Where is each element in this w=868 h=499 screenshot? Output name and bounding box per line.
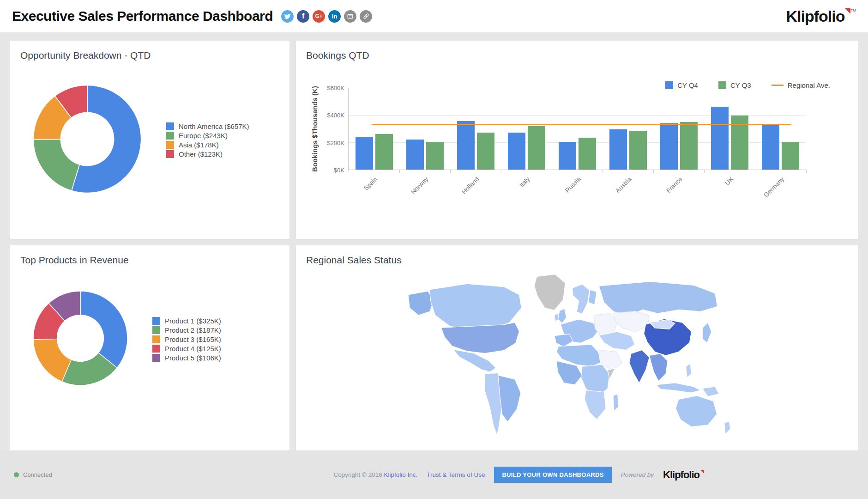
bar-cy-q3-norway[interactable]: [426, 142, 444, 170]
twitter-share-button[interactable]: [281, 10, 294, 23]
map-region-scandinavia[interactable]: [572, 284, 589, 314]
legend-label: Product 2 ($187K): [165, 326, 221, 334]
bar-group-spain: [349, 88, 399, 170]
map-region-greenland[interactable]: [534, 274, 565, 310]
bar-cy-q3-france[interactable]: [680, 122, 698, 170]
app-header: Executive Sales Performance Dashboard f …: [0, 0, 868, 32]
legend-item: Other ($123K): [166, 150, 249, 158]
app-footer: Connected Copyright © 2016 Klipfolio Inc…: [0, 450, 868, 499]
bar-cy-q3-austria[interactable]: [629, 131, 647, 170]
x-axis-label: Italy: [518, 176, 531, 189]
bar-cy-q4-italy[interactable]: [508, 133, 525, 170]
klipfolio-logo: Klipfolio: [786, 8, 850, 24]
terms-link[interactable]: Trust & Terms of Use: [427, 471, 485, 478]
bar-group-russia: [552, 88, 603, 170]
map-region-india[interactable]: [629, 350, 650, 383]
map-region-madagascar[interactable]: [613, 394, 619, 411]
bar-cy-q4-germany[interactable]: [762, 125, 779, 170]
map-region-russia[interactable]: [599, 281, 717, 315]
bar-cy-q4-holland[interactable]: [457, 121, 475, 170]
linkedin-icon: in: [332, 13, 338, 20]
reference-line-swatch: [772, 85, 784, 86]
y-tick-label: $200K: [327, 139, 344, 146]
dashboard-title: Executive Sales Performance Dashboard: [12, 8, 273, 24]
x-axis-label-slot: Italy: [501, 171, 552, 213]
bar-cy-q4-france[interactable]: [660, 123, 678, 170]
map-region-iberia[interactable]: [554, 334, 573, 347]
map-region-japan[interactable]: [702, 323, 711, 343]
legend-swatch: [166, 150, 174, 158]
bar-group-france: [654, 88, 705, 170]
bar-cy-q3-germany[interactable]: [782, 142, 799, 170]
bookings-bar-plot: [348, 88, 806, 170]
bar-cy-q4-austria[interactable]: [609, 129, 627, 170]
facebook-share-button[interactable]: f: [297, 10, 309, 23]
panel-title: Bookings QTD: [296, 41, 858, 61]
bar-cy-q4-spain[interactable]: [356, 137, 373, 170]
bar-cy-q3-italy[interactable]: [528, 126, 545, 170]
x-axis-label-slot: France: [653, 171, 704, 213]
legend-swatch: [152, 354, 160, 362]
map-region-philippines[interactable]: [686, 364, 691, 377]
opportunity-donut-chart[interactable]: [32, 84, 142, 196]
google-plus-share-button[interactable]: G+: [313, 10, 325, 23]
x-axis-label: France: [665, 176, 684, 194]
map-region-finland[interactable]: [588, 290, 597, 304]
legend-label: Product 1 ($325K): [165, 317, 221, 325]
status-dot-icon: [14, 472, 19, 477]
bar-group-uk: [705, 88, 755, 170]
map-region-new-guinea[interactable]: [702, 387, 719, 396]
link-icon: [362, 12, 370, 20]
x-axis-label-slot: Germany: [755, 171, 806, 213]
map-region-indonesia[interactable]: [657, 383, 700, 393]
bar-cy-q3-spain[interactable]: [375, 134, 393, 170]
build-dashboards-button[interactable]: BUILD YOUR OWN DASHBOARDS: [494, 467, 611, 483]
social-share-bar: f G+ in: [281, 10, 372, 23]
map-region-brazil[interactable]: [498, 375, 521, 422]
legend-label: Other ($123K): [179, 150, 223, 158]
map-region-new-zealand[interactable]: [724, 421, 730, 434]
donut-slice-0[interactable]: [80, 291, 127, 368]
legend-item: Asia ($178K): [166, 141, 249, 149]
map-region-uk[interactable]: [558, 309, 566, 323]
bar-cy-q4-norway[interactable]: [406, 140, 424, 170]
legend-item: Product 2 ($187K): [152, 326, 221, 334]
trademark-symbol: TM: [850, 8, 856, 12]
x-axis-label-slot: Norway: [399, 171, 450, 213]
legend-swatch: [166, 141, 174, 149]
facebook-icon: f: [302, 12, 304, 20]
panel-title: Top Products in Revenue: [10, 245, 289, 266]
legend-item: Product 5 ($106K): [152, 354, 221, 362]
bar-group-norway: [399, 88, 450, 170]
world-map: [296, 268, 858, 440]
donut-slice-1[interactable]: [33, 139, 79, 190]
map-region-australia[interactable]: [675, 396, 717, 426]
connection-status: Connected: [14, 471, 52, 478]
email-icon: [347, 13, 354, 20]
legend-item: Europe ($243K): [166, 132, 249, 140]
map-region-southeast-asia[interactable]: [649, 353, 668, 381]
bar-cy-q4-russia[interactable]: [559, 142, 576, 170]
x-axis-label: Russia: [564, 176, 582, 194]
klipfolio-inc-link[interactable]: Klipfolio Inc.: [384, 471, 418, 478]
legend-swatch: [152, 326, 160, 334]
map-region-middle-east[interactable]: [599, 332, 635, 350]
map-region-usa[interactable]: [441, 323, 519, 353]
map-region-mexico[interactable]: [453, 350, 496, 372]
bar-cy-q4-uk[interactable]: [711, 107, 729, 170]
x-axis-label-slot: Austria: [603, 171, 653, 213]
linkedin-share-button[interactable]: in: [328, 10, 341, 23]
copy-link-button[interactable]: [360, 10, 372, 23]
products-donut-chart[interactable]: [32, 290, 128, 388]
legend-label: North America ($657K): [179, 122, 249, 130]
x-axis-label: Norway: [410, 176, 429, 195]
map-region-southern-africa[interactable]: [585, 390, 606, 420]
x-axis-label: Holland: [460, 176, 480, 195]
bar-cy-q3-russia[interactable]: [579, 138, 596, 170]
bar-cy-q3-holland[interactable]: [477, 133, 494, 170]
email-share-button[interactable]: [344, 10, 356, 23]
map-region-canada[interactable]: [429, 284, 521, 330]
map-region-central-asia[interactable]: [614, 311, 650, 332]
header-divider: [0, 32, 868, 41]
panel-top-products: Top Products in Revenue Product 1 ($325K…: [10, 245, 289, 450]
